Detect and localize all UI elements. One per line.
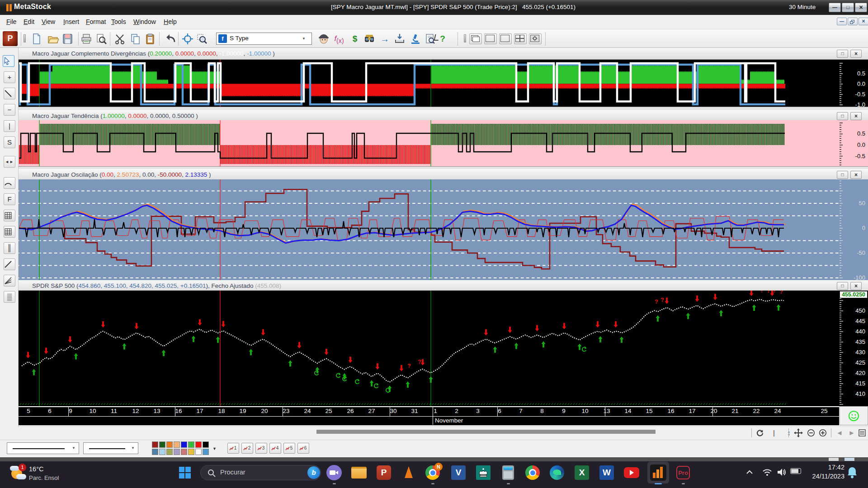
svg-text:?: ?	[772, 291, 776, 294]
svg-text:?: ?	[767, 291, 770, 294]
svg-text:?: ?	[655, 298, 658, 305]
svg-text:?: ?	[407, 362, 411, 369]
svg-text:?: ?	[660, 296, 664, 303]
svg-text:?: ?	[760, 291, 764, 294]
svg-text:?: ?	[779, 291, 783, 295]
svg-text:?: ?	[418, 358, 421, 365]
